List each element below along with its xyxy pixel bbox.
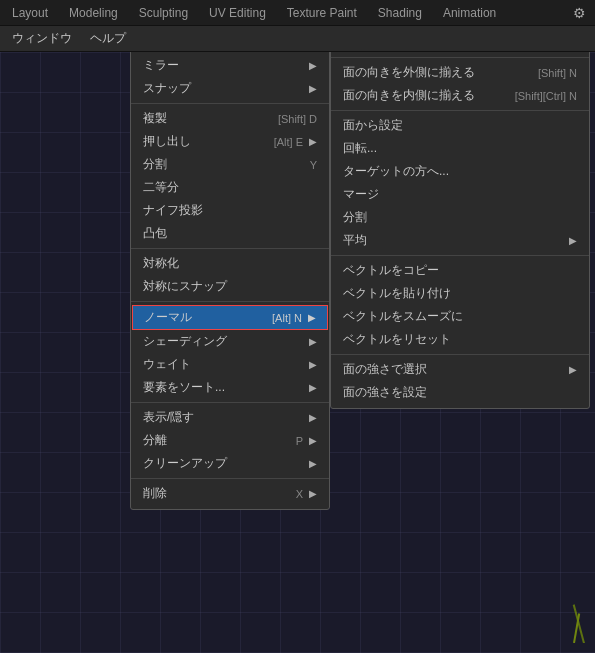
menu-knife-project[interactable]: ナイフ投影 — [131, 199, 329, 222]
settings-icon[interactable]: ⚙ — [569, 3, 589, 23]
menu-convex-hull[interactable]: 凸包 — [131, 222, 329, 245]
arrow-icon: ▶ — [309, 359, 317, 370]
tab-texture-paint[interactable]: Texture Paint — [277, 3, 367, 23]
separator — [331, 255, 589, 256]
arrow-icon: ▶ — [309, 336, 317, 347]
submenu-recalculate-inside[interactable]: 面の向きを内側に揃える [Shift][Ctrl] N — [331, 84, 589, 107]
menu-snap[interactable]: スナップ ▶ — [131, 77, 329, 100]
submenu-set-face-strength[interactable]: 面の強さを設定 — [331, 381, 589, 404]
arrow-icon: ▶ — [309, 60, 317, 71]
menu-symmetrize[interactable]: 対称化 — [131, 252, 329, 275]
top-menubar: ウィンドウ ヘルプ — [0, 26, 595, 52]
submenu-recalculate-outside[interactable]: 面の向きを外側に揃える [Shift] N — [331, 61, 589, 84]
tab-shading[interactable]: Shading — [368, 3, 432, 23]
mesh-dropdown-menu: トランスフォーム ▶ ミラー ▶ スナップ ▶ 複製 [Shift] D 押し出… — [130, 26, 330, 510]
menu-delete[interactable]: 削除 X ▶ — [131, 482, 329, 505]
submenu-rotate[interactable]: 回転... — [331, 137, 589, 160]
tab-layout[interactable]: Layout — [2, 3, 58, 23]
separator — [131, 301, 329, 302]
arrow-icon: ▶ — [309, 83, 317, 94]
menu-split[interactable]: 分割 Y — [131, 153, 329, 176]
submenu-paste-vectors[interactable]: ベクトルを貼り付け — [331, 282, 589, 305]
menu-window[interactable]: ウィンドウ — [4, 28, 80, 49]
tab-animation[interactable]: Animation — [433, 3, 506, 23]
arrow-icon: ▶ — [569, 364, 577, 375]
tab-modeling[interactable]: Modeling — [59, 3, 128, 23]
arrow-icon: ▶ — [309, 382, 317, 393]
submenu-merge[interactable]: マージ — [331, 183, 589, 206]
menu-normals[interactable]: ノーマル [Alt] N ▶ — [132, 305, 328, 330]
separator — [331, 110, 589, 111]
menu-extrude[interactable]: 押し出し [Alt] E ▶ — [131, 130, 329, 153]
tab-uv-editing[interactable]: UV Editing — [199, 3, 276, 23]
submenu-set-from-faces[interactable]: 面から設定 — [331, 114, 589, 137]
menu-snap-to-symmetry[interactable]: 対称にスナップ — [131, 275, 329, 298]
separator — [131, 402, 329, 403]
menu-sort-elements[interactable]: 要素をソート... ▶ — [131, 376, 329, 399]
separator — [331, 57, 589, 58]
separator — [331, 354, 589, 355]
menu-help[interactable]: ヘルプ — [82, 28, 134, 49]
submenu-average[interactable]: 平均 ▶ — [331, 229, 589, 252]
menu-shading[interactable]: シェーディング ▶ — [131, 330, 329, 353]
menu-separate[interactable]: 分離 P ▶ — [131, 429, 329, 452]
menu-mirror[interactable]: ミラー ▶ — [131, 54, 329, 77]
submenu-copy-vectors[interactable]: ベクトルをコピー — [331, 259, 589, 282]
menu-cleanup[interactable]: クリーンアップ ▶ — [131, 452, 329, 475]
submenu-split[interactable]: 分割 — [331, 206, 589, 229]
arrow-icon: ▶ — [309, 458, 317, 469]
separator — [131, 478, 329, 479]
submenu-smooth-vectors[interactable]: ベクトルをスムーズに — [331, 305, 589, 328]
arrow-icon: ▶ — [569, 235, 577, 246]
workspace-tabs: Layout Modeling Sculpting UV Editing Tex… — [0, 0, 595, 26]
submenu-point-to-target[interactable]: ターゲットの方へ... — [331, 160, 589, 183]
menu-show-hide[interactable]: 表示/隠す ▶ — [131, 406, 329, 429]
submenu-reset-vectors[interactable]: ベクトルをリセット — [331, 328, 589, 351]
arrow-icon: ▶ — [309, 136, 317, 147]
arrow-icon: ▶ — [309, 412, 317, 423]
arrow-icon: ▶ — [309, 435, 317, 446]
menu-bisect[interactable]: 二等分 — [131, 176, 329, 199]
normals-submenu: 反転 面の向きを外側に揃える [Shift] N 面の向きを内側に揃える [Sh… — [330, 26, 590, 409]
arrow-icon: ▶ — [309, 488, 317, 499]
separator — [131, 103, 329, 104]
menu-duplicate[interactable]: 複製 [Shift] D — [131, 107, 329, 130]
separator — [131, 248, 329, 249]
dropdown-overlay: トランスフォーム ▶ ミラー ▶ スナップ ▶ 複製 [Shift] D 押し出… — [0, 26, 595, 653]
arrow-icon: ▶ — [308, 312, 316, 323]
tab-sculpting[interactable]: Sculpting — [129, 3, 198, 23]
submenu-select-by-face-strength[interactable]: 面の強さで選択 ▶ — [331, 358, 589, 381]
menu-weights[interactable]: ウェイト ▶ — [131, 353, 329, 376]
